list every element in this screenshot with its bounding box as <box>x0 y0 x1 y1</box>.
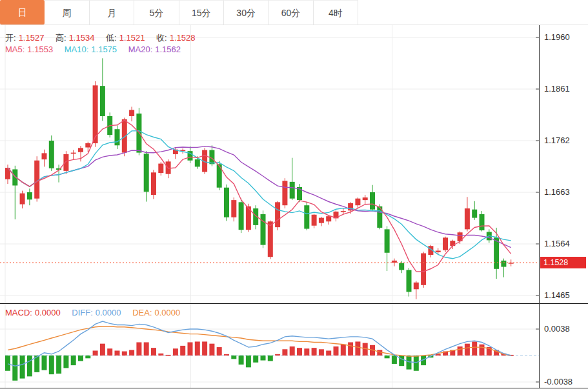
price-axis-label: 1.1762 <box>544 135 585 146</box>
tab-30min[interactable]: 30分 <box>224 0 269 25</box>
candle-body <box>12 169 17 185</box>
candle-body <box>421 254 426 285</box>
ma5-label: MA5: <box>5 45 25 54</box>
macd-histogram-bar <box>458 346 463 356</box>
candle-body <box>465 208 470 229</box>
macd-histogram-bar <box>180 346 185 356</box>
macd-histogram-bar <box>239 356 244 365</box>
macd-histogram-bar <box>151 348 156 356</box>
candle-body <box>100 86 105 116</box>
high-label: 高: <box>56 33 66 43</box>
macd-histogram-bar <box>297 348 302 356</box>
macd-histogram-bar <box>85 356 90 358</box>
macd-histogram-bar <box>195 341 200 356</box>
macd-histogram-bar <box>261 356 266 361</box>
tab-15min[interactable]: 15分 <box>179 0 224 25</box>
candle-body <box>239 202 244 230</box>
macd-histogram-bar <box>78 356 83 361</box>
price-axis-label: 1.1663 <box>544 187 585 197</box>
candle-body <box>341 211 346 212</box>
ohlc-legend: 开:1.1527 高:1.1534 低:1.1521 收:1.1528 <box>5 32 198 44</box>
macd-histogram-bar <box>290 346 295 356</box>
ma5-value: 1.1553 <box>27 45 53 54</box>
low-label: 低: <box>106 33 117 43</box>
kline-chart-app: 日周月5分15分30分60分4时 开:1.1527 高:1.1534 低:1.1… <box>0 0 588 391</box>
candle-body <box>217 164 222 187</box>
macd-histogram-bar <box>115 350 120 356</box>
macd-histogram-bar <box>326 350 331 356</box>
macd-histogram-bar <box>129 350 134 356</box>
tab-5min[interactable]: 5分 <box>134 0 179 25</box>
candle-body <box>355 199 360 206</box>
macd-histogram-bar <box>399 356 404 366</box>
close-value: 1.1528 <box>170 33 196 43</box>
candle-body <box>268 221 273 257</box>
macd-histogram-bar <box>107 348 112 356</box>
tab-month[interactable]: 月 <box>90 0 134 25</box>
macd-histogram-bar <box>20 356 25 379</box>
candle-body <box>304 205 309 228</box>
candle-body <box>151 172 156 195</box>
dea-value: 0.0000 <box>155 308 181 317</box>
price-axis-line <box>539 25 540 388</box>
candle-body <box>224 188 229 217</box>
high-value: 1.1534 <box>69 33 95 43</box>
macd-histogram-bar <box>472 341 477 356</box>
macd-histogram-bar <box>246 356 251 367</box>
dea-line <box>8 326 511 356</box>
candle-body <box>407 270 412 292</box>
current-price-tag: 1.1528 <box>540 257 586 268</box>
macd-histogram-bar <box>63 356 68 368</box>
ma10-label: MA10: <box>65 45 89 54</box>
candle-body <box>129 110 134 116</box>
current-price-value: 1.1528 <box>543 258 568 267</box>
dea-label: DEA: <box>132 308 152 317</box>
macd-histogram-bar <box>188 343 193 356</box>
ma5-line <box>8 120 511 272</box>
macd-histogram-bar <box>341 345 346 356</box>
ma20-value: 1.1562 <box>155 45 181 54</box>
macd-histogram-bar <box>436 354 441 356</box>
close-label: 收: <box>156 33 167 43</box>
candle-body <box>27 192 32 199</box>
price-axis-label: 1.1465 <box>544 290 585 301</box>
macd-histogram-bar <box>414 356 419 371</box>
ma20-line <box>8 146 511 248</box>
macd-axis-label: -0.0038 <box>544 377 585 387</box>
macd-histogram-bar <box>144 343 149 356</box>
macd-histogram-bar <box>312 348 317 356</box>
macd-histogram-bar <box>202 341 207 356</box>
tab-60min[interactable]: 60分 <box>269 0 313 25</box>
macd-histogram-bar <box>49 356 54 374</box>
macd-histogram-bar <box>465 344 470 356</box>
candle-body <box>158 164 163 174</box>
tab-day[interactable]: 日 <box>0 0 45 25</box>
tab-week[interactable]: 周 <box>45 0 89 25</box>
open-label: 开: <box>5 33 16 43</box>
macd-histogram-bar <box>56 356 61 374</box>
macd-histogram-bar <box>334 346 339 356</box>
candle-body <box>20 194 25 205</box>
candle-body <box>319 218 324 223</box>
candle-body <box>115 129 120 145</box>
macd-histogram-bar <box>392 356 397 364</box>
macd-histogram-bar <box>319 349 324 356</box>
main-price-chart[interactable] <box>0 25 588 304</box>
macd-histogram-bar <box>71 356 76 365</box>
candle-body <box>290 182 295 199</box>
candle-body <box>71 153 76 154</box>
tab-4hour[interactable]: 4时 <box>314 0 358 25</box>
ma20-label: MA20: <box>128 45 153 54</box>
candle-body <box>34 161 39 199</box>
macd-histogram-bar <box>407 356 412 370</box>
macd-histogram-bar <box>136 343 141 356</box>
macd-histogram-bar <box>480 345 485 356</box>
candle-body <box>261 214 266 245</box>
macd-histogram-bar <box>42 356 47 370</box>
macd-histogram-bar <box>12 356 17 381</box>
ma10-value: 1.1575 <box>91 45 117 54</box>
candle-body <box>42 153 47 159</box>
panel-divider-top <box>0 303 588 304</box>
candle-body <box>78 148 83 152</box>
candle-body <box>231 200 236 217</box>
